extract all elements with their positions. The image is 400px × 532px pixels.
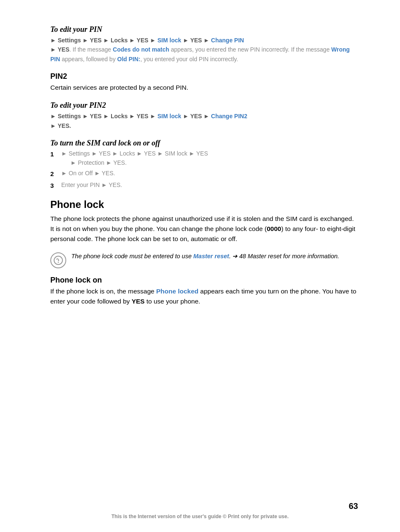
sim-lock-heading: To turn the SIM card lock on or off [50, 139, 358, 148]
sim-lock-step1: 1 ► Settings ► YES ► Locks ► YES ► SIM l… [50, 149, 358, 167]
step2-on: On [69, 170, 77, 176]
note-body-suffix: . ➔ 48 Master reset for more information… [229, 253, 339, 260]
svg-point-1 [58, 262, 59, 263]
edit-pin-body: . If the message [70, 46, 113, 53]
page-container: To edit your PIN ► Settings ► YES ► Lock… [0, 0, 400, 348]
phone-lock-on-body3: to use your phone. [145, 298, 200, 305]
nav2-yes: ► YES. [50, 122, 71, 129]
edit-pin-body4: , you entered your old PIN incorrectly. [140, 56, 238, 62]
note-body-prefix: The phone lock code must be entered to u… [71, 253, 193, 260]
nav-settings: ► Settings ► YES ► Locks ► YES ► [50, 37, 158, 44]
nav2-mid: ► YES ► [181, 113, 211, 119]
pin2-body: Certain services are protected by a seco… [50, 83, 358, 93]
sim-lock-step2: 2 ► On or Off ► YES. [50, 169, 358, 179]
edit-pin2-heading: To edit your PIN2 [50, 101, 358, 110]
step2-nav: ► On or Off ► YES. [61, 169, 115, 178]
note-master-reset: Master reset [193, 253, 229, 260]
edit-pin2-section: To edit your PIN2 ► Settings ► YES ► Loc… [50, 101, 358, 130]
phone-lock-body: The phone lock protects the phone agains… [50, 214, 358, 244]
step1-protection-yes: ► YES. [104, 159, 127, 166]
phone-lock-on-yes: YES [132, 298, 145, 305]
page-number: 63 [349, 501, 358, 511]
step3-nav: Enter your PIN ► YES. [61, 181, 122, 190]
step3-yes: YES [109, 182, 120, 188]
phone-lock-section: Phone lock The phone lock protects the p… [50, 199, 358, 306]
step1-nav: ► Settings ► YES ► Locks ► YES ► SIM loc… [61, 149, 208, 167]
phone-lock-on-body: If the phone lock is on, the message Pho… [50, 286, 358, 306]
phone-lock-on-heading: Phone lock on [50, 276, 358, 285]
step1-protection: ► [70, 159, 78, 166]
edit-pin2-nav-line1: ► Settings ► YES ► Locks ► YES ► SIM loc… [50, 112, 358, 121]
edit-pin-heading: To edit your PIN [50, 25, 358, 34]
step2-off: Off [85, 170, 93, 176]
note-box: The phone lock code must be entered to u… [50, 252, 358, 268]
phone-locked-label: Phone locked [156, 288, 198, 295]
edit-pin2-nav-line2: ► YES. [50, 121, 358, 130]
step1-nav-text: ► Settings ► YES ► Locks ► YES ► SIM loc… [61, 150, 208, 157]
note-text: The phone lock code must be entered to u… [71, 252, 339, 261]
nav2-change-pin2: Change PIN2 [211, 113, 247, 119]
step2-num: 2 [50, 169, 60, 179]
note-icon [50, 252, 66, 268]
sim-lock-step3: 3 Enter your PIN ► YES. [50, 181, 358, 190]
phone-lock-heading: Phone lock [50, 199, 358, 210]
old-pin: Old PIN: [117, 56, 140, 62]
step2-arrow: ► [61, 170, 69, 176]
edit-pin-section: To edit your PIN ► Settings ► YES ► Lock… [50, 25, 358, 64]
phone-lock-on-body1: If the phone lock is on, the message [50, 288, 156, 295]
nav2-sim-lock: SIM lock [158, 113, 182, 119]
codes-not-match: Codes do not match [113, 46, 169, 53]
step1-sub: ► Protection ► YES. [70, 159, 127, 166]
nav-sim-lock: SIM lock [158, 37, 182, 44]
edit-pin-body3: appears, followed by [60, 56, 117, 62]
pin2-heading: PIN2 [50, 72, 358, 81]
step3-num: 3 [50, 181, 60, 190]
phone-lock-code: 0000 [267, 225, 281, 232]
step1-num: 1 [50, 149, 60, 159]
nav2-settings: ► Settings ► YES ► Locks ► YES ► [50, 113, 158, 119]
step1-protection-label: Protection [78, 159, 104, 166]
footer-text: This is the Internet version of the user… [0, 514, 400, 519]
edit-pin-body2: appears, you entered the new PIN incorre… [169, 46, 332, 53]
nav-yes: ► YES [50, 46, 70, 53]
sim-lock-section: To turn the SIM card lock on or off 1 ► … [50, 139, 358, 190]
nav-mid: ► YES ► [181, 37, 211, 44]
edit-pin-nav-line2: ► YES. If the message Codes do not match… [50, 45, 358, 64]
step2-or: or [76, 170, 85, 176]
pin2-section: PIN2 Certain services are protected by a… [50, 72, 358, 93]
step2-yes: ► YES. [93, 170, 115, 176]
nav-change-pin: Change PIN [211, 37, 244, 44]
sim-lock-list: 1 ► Settings ► YES ► Locks ► YES ► SIM l… [50, 149, 358, 190]
edit-pin-nav-line1: ► Settings ► YES ► Locks ► YES ► SIM loc… [50, 36, 358, 45]
